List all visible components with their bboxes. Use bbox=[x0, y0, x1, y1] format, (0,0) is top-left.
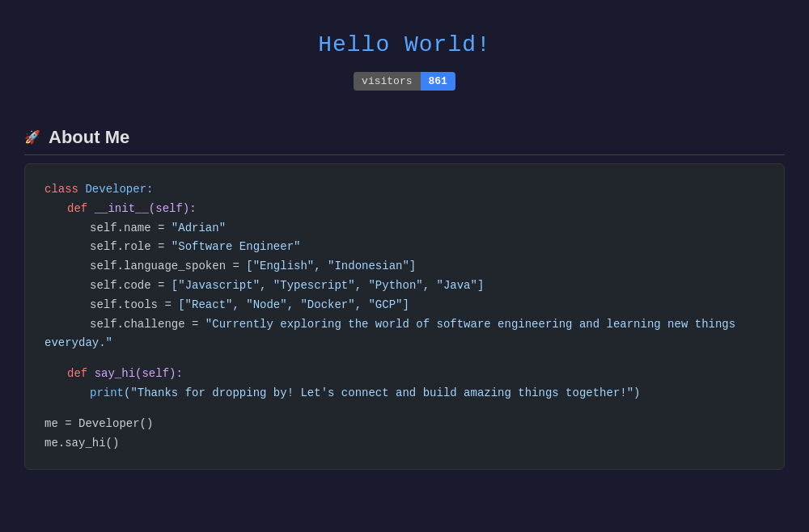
code-line-role: self.role = "Software Engineer" bbox=[44, 238, 765, 257]
header: Hello World! visitors 861 bbox=[24, 16, 785, 103]
visitors-label: visitors bbox=[354, 72, 420, 91]
code-block: class Developer: def __init__(self): sel… bbox=[24, 163, 785, 470]
code-line-sayhi: def say_hi(self): bbox=[44, 365, 765, 384]
code-line-init: def __init__(self): bbox=[44, 200, 765, 219]
code-line-lang: self.language_spoken = ["English", "Indo… bbox=[44, 257, 765, 277]
code-line-challenge2: everyday." bbox=[44, 334, 765, 353]
page-wrapper: Hello World! visitors 861 🚀 About Me cla… bbox=[0, 0, 809, 486]
visitors-badge: visitors 861 bbox=[354, 72, 455, 91]
code-line-code: self.code = ["Javascript", "Typescript",… bbox=[44, 277, 765, 296]
code-line-challenge1: self.challenge = "Currently exploring th… bbox=[44, 315, 765, 335]
code-line-class: class Developer: bbox=[44, 180, 765, 200]
about-me-section-header: 🚀 About Me bbox=[24, 127, 785, 155]
section-title: About Me bbox=[49, 127, 129, 148]
code-line-instance: me = Developer() bbox=[44, 415, 765, 434]
code-line-name: self.name = "Adrian" bbox=[44, 219, 765, 239]
page-title: Hello World! bbox=[24, 32, 785, 57]
code-line-call: me.say_hi() bbox=[44, 434, 765, 454]
code-line-print: print("Thanks for dropping by! Let's con… bbox=[44, 384, 765, 403]
visitors-count: 861 bbox=[421, 72, 455, 91]
code-line-tools: self.tools = ["React", "Node", "Docker",… bbox=[44, 296, 765, 315]
rocket-icon: 🚀 bbox=[24, 129, 40, 146]
